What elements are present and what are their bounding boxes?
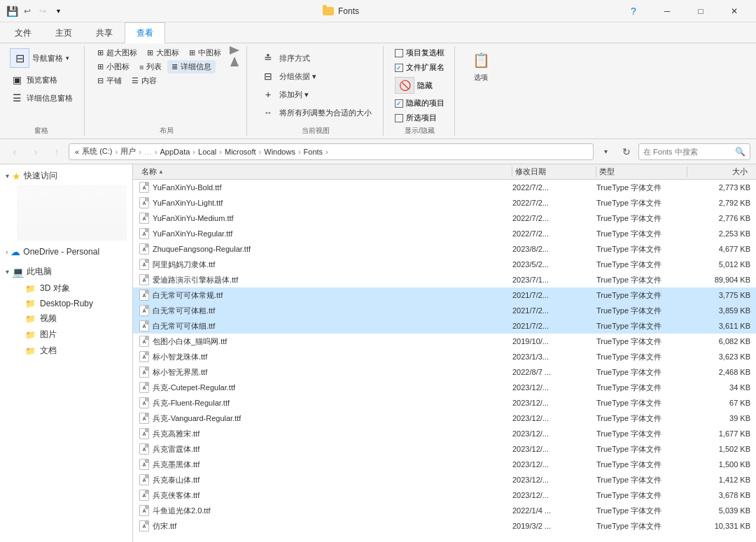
table-row[interactable]: A 白无常可可体细.ttf 2021/7/2... TrueType 字体文件 … — [133, 318, 756, 334]
layout-items: ⊞超大图标 ⊞大图标 ⊞中图标 ⊞小图标 ≡列表 ≣详细信息 ⊟平铺 ☰内容 — [93, 46, 239, 124]
search-input[interactable] — [643, 148, 732, 156]
details-view-button[interactable]: ≣详细信息 — [167, 60, 216, 73]
table-row[interactable]: A 兵克-Fluent-Regular.ttf 2023/12/... True… — [133, 395, 756, 411]
table-row[interactable]: A ZhuqueFangsong-Regular.ttf 2023/8/2...… — [133, 241, 756, 257]
table-row[interactable]: A YuFanXinYu-Medium.ttf 2022/7/2... True… — [133, 211, 756, 226]
hide-button-row: 🚫 隐藏 — [392, 76, 435, 95]
table-row[interactable]: A 阿里妈妈刀隶体.ttf 2023/5/2... TrueType 字体文件 … — [133, 257, 756, 272]
file-type: TrueType 字体文件 — [596, 275, 687, 285]
table-row[interactable]: A 爱迪路演示引擎标题体.ttf 2023/7/1... TrueType 字体… — [133, 272, 756, 287]
table-row[interactable]: A 兵克-Cutepet-Regular.ttf 2023/12/... Tru… — [133, 380, 756, 395]
sidebar-item-pictures[interactable]: 📁 图片 — [0, 327, 132, 343]
maximize-button[interactable]: □ — [685, 0, 717, 22]
layout-down-arrow[interactable] — [230, 57, 239, 66]
col-header-name[interactable]: 名称 ▲ — [139, 166, 512, 177]
table-row[interactable]: A 白无常可可体粗.ttf 2021/7/2... TrueType 字体文件 … — [133, 303, 756, 318]
chevron-down-icon: ▾ — [6, 268, 9, 276]
file-size: 3,859 KB — [687, 306, 750, 315]
table-row[interactable]: A 白无常可可体常规.ttf 2021/7/2... TrueType 字体文件… — [133, 287, 756, 303]
large-icons-button[interactable]: ⊞大图标 — [143, 46, 183, 59]
list-view-button[interactable]: ≡列表 — [135, 60, 166, 73]
file-type: TrueType 字体文件 — [596, 198, 687, 208]
selected-items-toggle[interactable]: 所选项目 — [392, 111, 440, 124]
col-header-type[interactable]: 类型 — [596, 166, 687, 177]
file-size: 1,412 KB — [687, 476, 750, 484]
help-button[interactable]: ? — [617, 0, 650, 22]
table-row[interactable]: A 标小智无界黑.ttf 2022/8/7 ... TrueType 字体文件 … — [133, 364, 756, 380]
up-button[interactable]: ↑ — [48, 143, 66, 161]
tab-home[interactable]: 主页 — [43, 22, 84, 43]
table-row[interactable]: A YuFanXinYu-Light.ttf 2022/7/2... TrueT… — [133, 195, 756, 211]
table-row[interactable]: A 兵克-Vanguard-Regular.ttf 2023/12/... Tr… — [133, 411, 756, 426]
search-bar[interactable]: 🔍 — [638, 143, 750, 160]
file-extension-toggle[interactable]: 文件扩展名 — [392, 61, 447, 74]
sidebar-header-quickaccess[interactable]: ▾ ★ 快速访问 — [0, 167, 132, 185]
fit-columns-button[interactable]: ↔ 将所有列调整为合适的大小 — [255, 104, 376, 121]
tab-share[interactable]: 共享 — [84, 22, 125, 43]
small-icons-button[interactable]: ⊞小图标 — [93, 60, 134, 73]
table-row[interactable]: A 兵克墨黑体.ttf 2023/12/... TrueType 字体文件 1,… — [133, 457, 756, 472]
file-name: 兵克墨黑体.ttf — [153, 459, 512, 470]
content-view-button[interactable]: ☰内容 — [127, 74, 161, 87]
medium-icons-button[interactable]: ⊞中图标 — [185, 46, 225, 59]
sidebar-item-3dobjects[interactable]: 📁 3D 对象 — [0, 280, 132, 297]
save-icon[interactable]: 💾 — [6, 5, 18, 17]
sidebar-header-onedrive[interactable]: › ☁ OneDrive - Personal — [0, 243, 132, 260]
file-size: 5,012 KB — [687, 260, 750, 269]
sidebar-header-thispc[interactable]: ▾ 💻 此电脑 — [0, 263, 132, 280]
dropdown-arrow[interactable]: ▾ — [596, 143, 615, 161]
col-header-date[interactable]: 修改日期 — [512, 166, 596, 177]
quick-access-blurred — [17, 185, 127, 241]
redo-icon[interactable]: ↪ — [36, 5, 49, 17]
file-type: TrueType 字体文件 — [596, 321, 687, 331]
add-column-button[interactable]: + 添加列 ▾ — [255, 86, 313, 103]
add-col-icon: + — [260, 87, 276, 101]
table-row[interactable]: A 兵克侠客体.ttf 2023/12/... TrueType 字体文件 3,… — [133, 487, 756, 503]
close-button[interactable]: ✕ — [718, 0, 750, 22]
sidebar-item-desktop[interactable]: 📁 Desktop-Ruby — [0, 297, 132, 311]
undo-icon[interactable]: ↩ — [21, 5, 34, 17]
options-button[interactable]: 📋 选项 — [463, 46, 498, 85]
file-date: 2023/12/... — [512, 476, 596, 484]
refresh-button[interactable]: ↻ — [617, 143, 636, 161]
group-by-button[interactable]: ⊟ 分组依据 ▾ — [255, 68, 321, 85]
table-row[interactable]: A YuFanXinYu-Bold.ttf 2022/7/2... TrueTy… — [133, 180, 756, 195]
table-row[interactable]: A 标小智龙珠体.ttf 2023/1/3... TrueType 字体文件 3… — [133, 349, 756, 364]
nav-pane-icon: ⊟ — [10, 48, 29, 68]
item-checkbox-icon — [395, 49, 403, 57]
file-size: 2,253 KB — [687, 229, 750, 238]
minimize-button[interactable]: ─ — [651, 0, 683, 22]
table-row[interactable]: A 斗鱼追光体2.0.ttf 2022/1/4 ... TrueType 字体文… — [133, 503, 756, 518]
sort-by-button[interactable]: ≛ 排序方式 — [255, 50, 314, 66]
col-header-size[interactable]: 大小 — [687, 166, 750, 177]
table-row[interactable]: A 兵克高雅宋.ttf 2023/12/... TrueType 字体文件 1,… — [133, 426, 756, 441]
layout-up-arrow[interactable] — [230, 46, 239, 55]
hidden-items-toggle[interactable]: 隐藏的项目 — [392, 97, 447, 110]
item-checkbox-toggle[interactable]: 项目复选框 — [392, 46, 447, 59]
sidebar-item-documents[interactable]: 📁 文档 — [0, 343, 132, 359]
font-file-icon: A — [139, 228, 149, 239]
tile-view-button[interactable]: ⊟平铺 — [93, 74, 126, 87]
sidebar-item-videos[interactable]: 📁 视频 — [0, 311, 132, 327]
forward-button[interactable]: › — [27, 143, 45, 161]
preview-pane-button[interactable]: ▣ 预览窗格 — [6, 71, 77, 88]
table-row[interactable]: A YuFanXinYu-Regular.ttf 2022/7/2... Tru… — [133, 226, 756, 241]
navigation-pane-button[interactable]: ⊟ 导航窗格 ▾ — [6, 46, 77, 70]
tab-file[interactable]: 文件 — [3, 22, 43, 43]
main-layout: ▾ ★ 快速访问 › ☁ OneDrive - Personal ▾ 💻 此电脑 — [0, 164, 756, 542]
file-size: 4,677 KB — [687, 245, 750, 253]
file-icon: A — [139, 490, 150, 501]
table-row[interactable]: A 包图小白体_猫呜网.ttf 2019/10/... TrueType 字体文… — [133, 334, 756, 349]
table-row[interactable]: A 仿宋.ttf 2019/3/2 ... TrueType 字体文件 10,3… — [133, 518, 756, 534]
dropdown-icon[interactable]: ▾ — [52, 5, 64, 17]
table-row[interactable]: A 兵克泰山体.ttf 2023/12/... TrueType 字体文件 1,… — [133, 472, 756, 487]
tab-view[interactable]: 查看 — [125, 22, 165, 43]
file-size: 6,082 KB — [687, 337, 750, 345]
details-pane-button[interactable]: ☰ 详细信息窗格 — [6, 90, 77, 106]
table-row[interactable]: A 兵克雷霆体.ttf 2023/12/... TrueType 字体文件 1,… — [133, 441, 756, 457]
xlarge-icons-button[interactable]: ⊞超大图标 — [93, 46, 141, 59]
breadcrumb[interactable]: « 系统 (C:) › 用户 › … › AppData › Local › M… — [69, 143, 594, 160]
back-button[interactable]: ‹ — [6, 143, 24, 161]
search-icon[interactable]: 🔍 — [735, 147, 746, 157]
hide-button[interactable]: 🚫 — [395, 77, 414, 94]
